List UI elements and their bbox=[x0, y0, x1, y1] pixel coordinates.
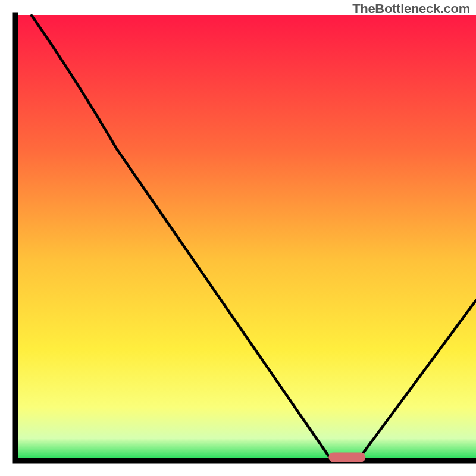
watermark-text: TheBottleneck.com bbox=[352, 1, 470, 17]
optimal-marker bbox=[328, 453, 365, 462]
chart-container: TheBottleneck.com bbox=[0, 0, 476, 476]
plot-area bbox=[15, 15, 476, 462]
bottleneck-chart bbox=[0, 0, 476, 476]
